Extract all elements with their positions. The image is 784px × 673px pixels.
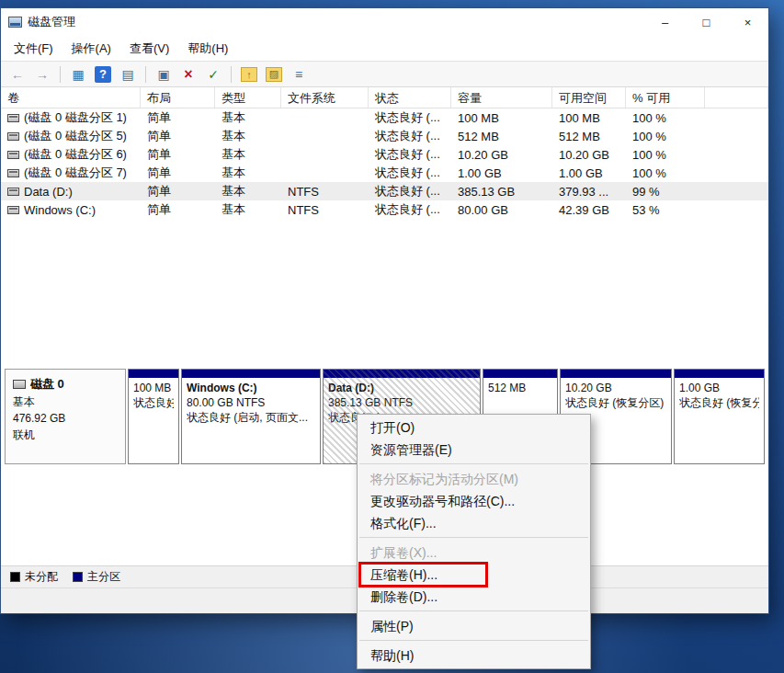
volume-row-data-d[interactable]: Data (D:) 简单 基本 NTFS 状态良好 (... 385.13 GB…	[1, 182, 768, 200]
menu-file[interactable]: 文件(F)	[6, 38, 61, 60]
volume-row-windows-c[interactable]: Windows (C:) 简单 基本 NTFS 状态良好 (... 80.00 …	[1, 200, 768, 219]
primary-partition-swatch	[73, 572, 83, 582]
export-icon[interactable]: ▣	[153, 64, 175, 85]
primary-partition-band	[483, 370, 557, 378]
volume-icon	[7, 169, 19, 177]
partition-size: 512 MB	[488, 381, 552, 395]
menu-separator	[358, 534, 590, 542]
col-status[interactable]: 状态	[369, 87, 451, 108]
menu-item-delete-volume[interactable]: 删除卷(D)...	[358, 586, 590, 608]
menu-action[interactable]: 操作(A)	[64, 38, 119, 60]
menubar: 文件(F) 操作(A) 查看(V) 帮助(H)	[1, 36, 768, 61]
close-button[interactable]: ×	[727, 8, 768, 36]
cell-free: 10.20 GB	[552, 148, 626, 162]
cell-capacity: 80.00 GB	[451, 203, 552, 217]
col-filesystem[interactable]: 文件系统	[281, 87, 369, 108]
titlebar[interactable]: 磁盘管理 – □ ×	[1, 8, 768, 36]
partition-context-menu: 打开(O) 资源管理器(E) 将分区标记为活动分区(M) 更改驱动器号和路径(C…	[357, 414, 591, 669]
help-icon[interactable]: ?	[95, 66, 111, 83]
menu-item-change-drive-letter[interactable]: 更改驱动器号和路径(C)...	[358, 490, 590, 512]
console-tree-icon[interactable]: ▦	[67, 64, 89, 85]
unallocated-swatch	[10, 572, 20, 582]
cell-capacity: 100 MB	[451, 111, 552, 125]
show-window-icon[interactable]: ▤	[117, 64, 139, 85]
col-type[interactable]: 类型	[215, 87, 281, 108]
disk-label: 磁盘 0	[30, 375, 64, 394]
partition-status: 状态良好	[133, 395, 174, 410]
partition-1gb-recovery[interactable]: 1.00 GB 状态良好 (恢复分区)	[674, 369, 765, 464]
col-percent-free[interactable]: % 可用	[626, 87, 705, 108]
partition-name: Windows (C:)	[187, 381, 315, 395]
volume-row[interactable]: (磁盘 0 磁盘分区 6) 简单 基本 状态良好 (... 10.20 GB 1…	[1, 145, 768, 164]
cell-capacity: 1.00 GB	[451, 166, 552, 180]
col-empty	[705, 87, 768, 108]
disk-management-app-icon	[8, 17, 22, 28]
find-icon[interactable]: ▨	[266, 67, 282, 82]
cell-volume: (磁盘 0 磁盘分区 1)	[24, 109, 127, 126]
cell-capacity: 385.13 GB	[451, 185, 552, 199]
volume-icon	[7, 114, 19, 122]
cell-volume: (磁盘 0 磁盘分区 7)	[24, 165, 127, 181]
forward-icon[interactable]: →	[31, 64, 53, 85]
volume-row[interactable]: (磁盘 0 磁盘分区 1) 简单 基本 状态良好 (... 100 MB 100…	[1, 108, 768, 127]
delete-volume-icon[interactable]: ×	[177, 64, 199, 85]
col-capacity[interactable]: 容量	[451, 87, 552, 108]
desktop-background: 磁盘管理 – □ × 文件(F) 操作(A) 查看(V) 帮助(H) ← → ▦…	[0, 0, 784, 673]
legend-unallocated: 未分配	[10, 569, 58, 585]
cell-layout: 简单	[141, 183, 215, 200]
menu-item-format[interactable]: 格式化(F)...	[358, 512, 590, 534]
up-folder-icon[interactable]: ↑	[241, 67, 257, 82]
col-volume[interactable]: 卷	[1, 87, 141, 108]
disk-type: 基本	[13, 394, 118, 410]
primary-partition-band	[561, 370, 671, 378]
cell-status: 状态良好 (...	[369, 201, 451, 218]
volume-row[interactable]: (磁盘 0 磁盘分区 7) 简单 基本 状态良好 (... 1.00 GB 1.…	[1, 164, 768, 182]
volume-list: 卷 布局 类型 文件系统 状态 容量 可用空间 % 可用 (磁盘 0 磁盘分区 …	[1, 87, 768, 361]
menu-view[interactable]: 查看(V)	[122, 38, 176, 60]
partition-size: 385.13 GB NTFS	[328, 395, 475, 410]
cell-percent: 100 %	[626, 166, 705, 180]
cell-layout: 简单	[141, 128, 215, 144]
partition-100mb[interactable]: 100 MB 状态良好	[128, 369, 179, 464]
col-free-space[interactable]: 可用空间	[552, 87, 626, 108]
cell-free: 100 MB	[552, 111, 626, 125]
cell-type: 基本	[215, 183, 281, 200]
toolbar-separator	[145, 66, 146, 83]
cell-volume: Data (D:)	[24, 185, 73, 199]
menu-item-properties[interactable]: 属性(P)	[358, 615, 590, 637]
menu-help[interactable]: 帮助(H)	[180, 38, 235, 60]
menu-item-open[interactable]: 打开(O)	[358, 416, 590, 439]
check-icon[interactable]: ✓	[202, 64, 224, 85]
list-icon[interactable]: ≡	[288, 64, 310, 85]
cell-type: 基本	[215, 109, 281, 126]
menu-item-help[interactable]: 帮助(H)	[358, 644, 590, 667]
partition-windows-c[interactable]: Windows (C:) 80.00 GB NTFS 状态良好 (启动, 页面文…	[181, 369, 321, 464]
partition-size: 10.20 GB	[565, 381, 666, 395]
cell-layout: 简单	[141, 165, 215, 181]
cell-filesystem: NTFS	[281, 203, 369, 217]
disk-icon	[13, 380, 26, 389]
menu-item-extend-volume: 扩展卷(X)...	[358, 542, 590, 564]
menu-item-shrink-volume[interactable]: 压缩卷(H)...	[358, 564, 590, 586]
cell-filesystem: NTFS	[281, 185, 369, 199]
cell-layout: 简单	[141, 201, 215, 218]
menu-item-explorer[interactable]: 资源管理器(E)	[358, 439, 590, 461]
menu-separator	[358, 608, 590, 615]
toolbar-separator	[231, 66, 232, 83]
minimize-button[interactable]: –	[644, 8, 686, 36]
maximize-button[interactable]: □	[686, 8, 727, 36]
volume-icon	[7, 132, 19, 141]
volume-row[interactable]: (磁盘 0 磁盘分区 5) 简单 基本 状态良好 (... 512 MB 512…	[1, 127, 768, 145]
cell-status: 状态良好 (...	[369, 183, 451, 200]
window-title: 磁盘管理	[28, 14, 75, 30]
cell-type: 基本	[215, 165, 281, 181]
col-layout[interactable]: 布局	[141, 87, 215, 108]
window-controls: – □ ×	[644, 8, 768, 36]
partition-size: 100 MB	[133, 381, 174, 395]
cell-type: 基本	[215, 146, 281, 163]
cell-layout: 简单	[141, 146, 215, 163]
disk-0-info-panel[interactable]: 磁盘 0 基本 476.92 GB 联机	[5, 369, 126, 464]
back-icon[interactable]: ←	[6, 64, 28, 85]
partition-name: Data (D:)	[328, 381, 475, 395]
cell-volume: (磁盘 0 磁盘分区 5)	[24, 128, 127, 144]
